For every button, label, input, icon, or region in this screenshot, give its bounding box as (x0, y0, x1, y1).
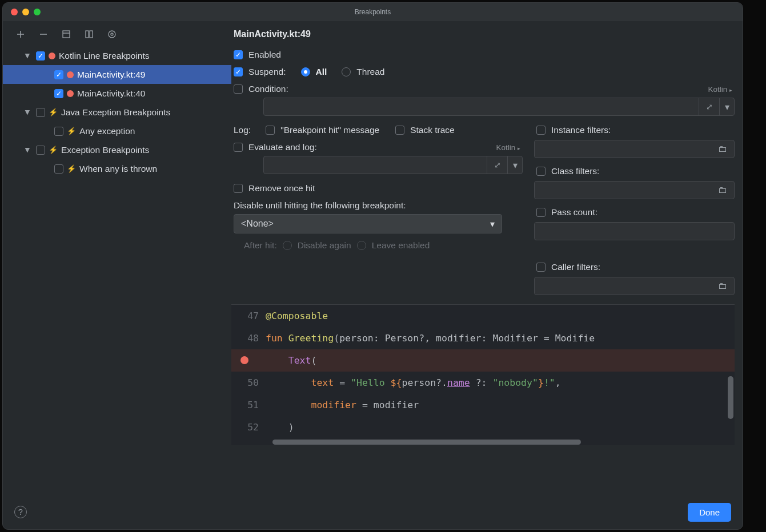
help-button[interactable]: ? (14, 506, 27, 518)
horizontal-scrollbar[interactable] (231, 438, 735, 445)
breakpoint-icon (67, 90, 74, 97)
suspend-thread-radio[interactable] (342, 67, 351, 76)
remove-once-hit-checkbox[interactable] (234, 184, 243, 193)
tree-item[interactable]: ⚡Any exception (3, 122, 231, 140)
pass-count-checkbox[interactable] (536, 208, 546, 217)
class-filters-label: Class filters: (551, 166, 599, 176)
suspend-all-label: All (316, 67, 327, 77)
svg-rect-0 (63, 31, 70, 38)
breakpoints-dialog: Breakpoints ▶Kotlin Line BreakpointsMain… (2, 2, 743, 530)
chevron-down-icon: ▾ (490, 219, 495, 229)
window-title: Breakpoints (3, 8, 743, 16)
chevron-down-icon[interactable]: ▾ (507, 156, 522, 174)
caller-filters-checkbox[interactable] (536, 263, 546, 272)
expand-icon[interactable]: ⤢ (487, 156, 507, 174)
condition-label: Condition: (248, 84, 288, 94)
pass-count-label: Pass count: (551, 207, 597, 217)
tree-group[interactable]: ▶⚡Exception Breakpoints (3, 140, 231, 159)
svg-rect-2 (90, 31, 93, 38)
suspend-row: Suspend: All Thread (231, 63, 735, 80)
breakpoint-details-panel: MainActivity.kt:49 Enabled Suspend: All … (231, 21, 743, 495)
eval-log-label: Evaluate and log: (248, 142, 317, 152)
bolt-icon: ⚡ (49, 140, 58, 159)
folder-icon[interactable]: 🗀 (711, 277, 734, 295)
breakpoint-icon (49, 53, 55, 59)
after-hit-leave-label: Leave enabled (372, 240, 430, 251)
disable-until-select[interactable]: <None> ▾ (234, 214, 502, 233)
chevron-icon[interactable]: ▶ (18, 145, 37, 155)
code-line: 47@Composable (231, 305, 735, 327)
folder-icon[interactable]: 🗀 (711, 182, 734, 199)
group-by-file-icon[interactable] (61, 29, 71, 39)
item-checkbox[interactable] (54, 127, 63, 136)
group-checkbox[interactable] (36, 51, 45, 61)
after-hit-disable-radio (283, 241, 292, 250)
dialog-body: ▶Kotlin Line BreakpointsMainActivity.kt:… (3, 21, 743, 495)
condition-row: Condition: Kotlin ▸ (231, 80, 735, 98)
class-filters-row: Class filters: (534, 163, 735, 180)
disable-until-label: Disable until hitting the following brea… (231, 197, 523, 214)
suspend-checkbox[interactable] (234, 67, 243, 76)
item-checkbox[interactable] (54, 70, 63, 79)
group-checkbox[interactable] (36, 146, 45, 155)
log-stack-checkbox[interactable] (395, 126, 404, 135)
code-line: 50 text = "Hello ${person?.name ?: "nobo… (231, 372, 735, 394)
tree-item[interactable]: MainActivity.kt:49 (3, 65, 231, 84)
instance-filters-input[interactable]: 🗀 (534, 140, 735, 158)
eval-log-input[interactable]: ⤢ ▾ (263, 156, 523, 174)
breakpoint-tree-panel: ▶Kotlin Line BreakpointsMainActivity.kt:… (3, 21, 231, 495)
chevron-down-icon[interactable]: ▾ (719, 98, 734, 115)
bolt-icon: ⚡ (67, 122, 76, 140)
eval-log-row: Evaluate and log: Kotlin ▸ (231, 139, 523, 156)
bolt-icon: ⚡ (49, 103, 58, 122)
class-filters-checkbox[interactable] (536, 167, 546, 176)
eval-lang-tag[interactable]: Kotlin ▸ (496, 143, 520, 152)
item-label: MainActivity.kt:40 (77, 84, 145, 103)
tree-group[interactable]: ▶⚡Java Exception Breakpoints (3, 103, 231, 122)
condition-input[interactable]: ⤢ ▾ (263, 98, 735, 116)
item-checkbox[interactable] (54, 89, 63, 98)
caller-filters-input[interactable]: 🗀 (534, 277, 735, 295)
suspend-all-radio[interactable] (301, 67, 310, 76)
tree-item[interactable]: MainActivity.kt:40 (3, 84, 231, 103)
add-breakpoint-button[interactable] (15, 29, 26, 39)
eval-log-checkbox[interactable] (234, 143, 243, 152)
vertical-scrollbar[interactable] (728, 376, 733, 419)
folder-icon[interactable]: 🗀 (711, 140, 734, 158)
dialog-footer: ? Done (3, 495, 743, 529)
group-checkbox[interactable] (36, 108, 45, 117)
chevron-icon[interactable]: ▶ (18, 51, 37, 61)
chevron-icon[interactable]: ▶ (18, 107, 37, 118)
caller-filters-label: Caller filters: (551, 262, 600, 272)
group-by-class-icon[interactable] (84, 29, 94, 39)
svg-rect-1 (86, 31, 89, 38)
code-line: 48fun Greeting(person: Person?, modifier… (231, 327, 735, 349)
after-hit-row: After hit: Disable again Leave enabled (231, 237, 523, 254)
code-line: 52 ) (231, 416, 735, 438)
code-line: 51 modifier = modifier (231, 394, 735, 416)
class-filters-input[interactable]: 🗀 (534, 181, 735, 199)
code-line: Text( (231, 349, 735, 372)
breakpoint-icon[interactable] (240, 356, 248, 364)
suspend-thread-label: Thread (356, 67, 384, 77)
done-button[interactable]: Done (688, 503, 731, 522)
instance-filters-checkbox[interactable] (536, 126, 546, 135)
breakpoint-title: MainActivity.kt:49 (231, 29, 735, 46)
expand-icon[interactable]: ⤢ (699, 98, 719, 115)
group-label: Exception Breakpoints (61, 140, 149, 159)
breakpoint-tree[interactable]: ▶Kotlin Line BreakpointsMainActivity.kt:… (3, 46, 231, 178)
condition-lang-tag[interactable]: Kotlin ▸ (708, 85, 732, 94)
remove-breakpoint-button[interactable] (38, 29, 49, 39)
pass-count-input[interactable] (534, 222, 735, 240)
tree-group[interactable]: ▶Kotlin Line Breakpoints (3, 46, 231, 65)
group-label: Kotlin Line Breakpoints (59, 46, 150, 65)
enabled-checkbox[interactable] (234, 50, 243, 59)
view-options-icon[interactable] (107, 29, 117, 39)
svg-point-4 (111, 33, 113, 35)
condition-checkbox[interactable] (234, 84, 243, 94)
tree-item[interactable]: ⚡When any is thrown (3, 159, 231, 178)
log-bp-msg-checkbox[interactable] (266, 126, 275, 135)
item-checkbox[interactable] (54, 164, 63, 174)
code-preview: 47@Composable48fun Greeting(person: Pers… (231, 304, 735, 445)
log-bp-msg-label: "Breakpoint hit" message (280, 125, 379, 135)
